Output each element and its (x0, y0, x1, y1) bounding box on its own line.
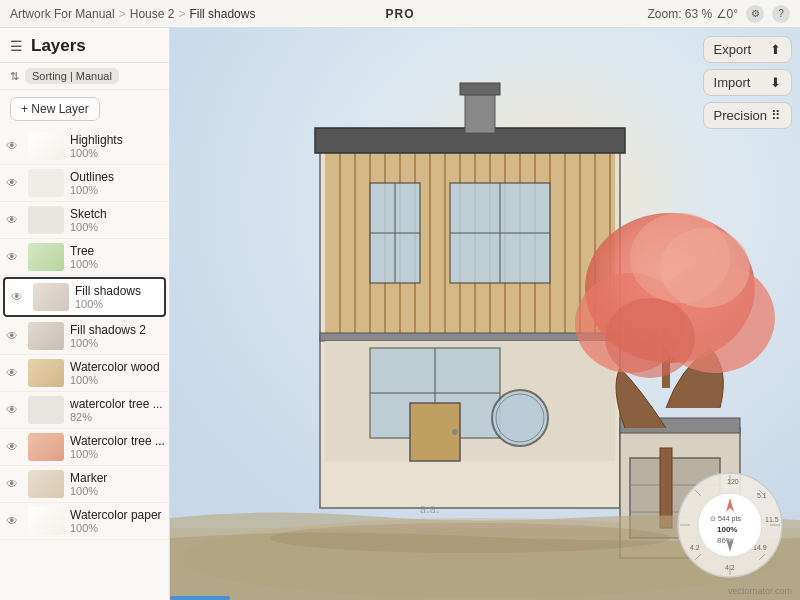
layer-opacity: 100% (70, 184, 163, 196)
layer-name: watercolor tree ... (70, 397, 163, 411)
eye-icon[interactable]: 👁 (6, 440, 22, 454)
layer-name: Fill shadows (75, 284, 158, 298)
eye-icon[interactable]: 👁 (6, 139, 22, 153)
breadcrumb: Artwork For Manual > House 2 > Fill shad… (10, 7, 255, 21)
eye-icon[interactable]: 👁 (6, 477, 22, 491)
eye-icon[interactable]: 👁 (11, 290, 27, 304)
layer-opacity: 82% (70, 411, 163, 423)
layer-opacity: 100% (70, 337, 163, 349)
breadcrumb-artwork[interactable]: Artwork For Manual (10, 7, 115, 21)
eye-icon[interactable]: 👁 (6, 250, 22, 264)
eye-icon[interactable]: 👁 (6, 514, 22, 528)
layer-row[interactable]: 👁 Fill shadows 100% (3, 277, 166, 317)
layer-name: Sketch (70, 207, 163, 221)
menu-icon[interactable]: ☰ (10, 38, 23, 54)
watermark: vectornator.com (728, 586, 792, 596)
layer-opacity: 100% (70, 147, 163, 159)
layer-row[interactable]: 👁 Outlines 100% (0, 165, 169, 202)
eye-icon[interactable]: 👁 (6, 403, 22, 417)
export-button[interactable]: Export ⬆ (703, 36, 792, 63)
layer-row[interactable]: 👁 Marker 100% (0, 466, 169, 503)
layer-name: Highlights (70, 133, 163, 147)
layer-row[interactable]: 👁 Watercolor tree ... 100% (0, 429, 169, 466)
breadcrumb-fill-shadows: Fill shadows (189, 7, 255, 21)
layer-thumbnail (33, 283, 69, 311)
layer-info: Highlights 100% (70, 133, 163, 159)
layer-row[interactable]: 👁 Watercolor wood 100% (0, 355, 169, 392)
eye-icon[interactable]: 👁 (6, 366, 22, 380)
svg-text:120: 120 (727, 478, 739, 485)
export-label: Export (714, 42, 752, 57)
layer-info: Sketch 100% (70, 207, 163, 233)
svg-text:⊙ 544 pts: ⊙ 544 pts (710, 515, 741, 523)
layer-opacity: 100% (70, 221, 163, 233)
layer-row[interactable]: 👁 Fill shadows 2 100% (0, 318, 169, 355)
layer-info: Watercolor paper 100% (70, 508, 163, 534)
eye-icon[interactable]: 👁 (6, 176, 22, 190)
new-layer-button[interactable]: + New Layer (10, 97, 100, 121)
import-label: Import (714, 75, 751, 90)
layer-row[interactable]: 👁 Watercolor paper 100% (0, 503, 169, 540)
layer-opacity: 100% (70, 448, 165, 460)
layer-thumbnail (28, 396, 64, 424)
layer-thumbnail (28, 507, 64, 535)
sorting-badge[interactable]: Sorting | Manual (25, 68, 119, 84)
layer-info: Tree 100% (70, 244, 163, 270)
layer-name: Fill shadows 2 (70, 323, 163, 337)
import-icon: ⬇ (770, 75, 781, 90)
layer-name: Watercolor tree ... (70, 434, 165, 448)
layer-thumbnail (28, 433, 64, 461)
layer-thumbnail (28, 359, 64, 387)
svg-text:100%: 100% (717, 525, 737, 534)
layer-name: Outlines (70, 170, 163, 184)
layer-thumbnail (28, 169, 64, 197)
import-button[interactable]: Import ⬇ (703, 69, 792, 96)
layer-info: Marker 100% (70, 471, 163, 497)
precision-icon: ⠿ (771, 108, 781, 123)
svg-text:a.a.: a.a. (420, 501, 439, 516)
layer-thumbnail (28, 322, 64, 350)
layer-thumbnail (28, 132, 64, 160)
precision-button[interactable]: Precision ⠿ (703, 102, 792, 129)
layer-row[interactable]: 👁 Highlights 100% (0, 128, 169, 165)
layer-info: Outlines 100% (70, 170, 163, 196)
layer-row[interactable]: 👁 watercolor tree ... 82% (0, 392, 169, 429)
eye-icon[interactable]: 👁 (6, 213, 22, 227)
layers-list: 👁 Highlights 100% 👁 Outlines 100% 👁 Sket… (0, 128, 169, 600)
layer-row[interactable]: 👁 Tree 100% (0, 239, 169, 276)
compass[interactable]: 120 5.1 11.5 14.9 4.2 4.2 ⊙ 544 pts 100%… (675, 470, 785, 580)
svg-text:4.2: 4.2 (725, 564, 735, 571)
svg-rect-26 (460, 83, 500, 95)
eye-icon[interactable]: 👁 (6, 329, 22, 343)
svg-point-55 (270, 523, 670, 553)
help-icon[interactable]: ? (772, 5, 790, 23)
layer-thumbnail (28, 470, 64, 498)
layer-thumbnail (28, 243, 64, 271)
layer-opacity: 100% (70, 258, 163, 270)
layer-opacity: 100% (75, 298, 158, 310)
layer-name: Watercolor wood (70, 360, 163, 374)
bottom-indicator (170, 596, 230, 600)
gear-icon[interactable]: ⚙ (746, 5, 764, 23)
sorting-icon: ⇅ (10, 70, 19, 83)
zoom-info: Zoom: 63 % ∠0° ⚙ ? (648, 5, 791, 23)
layer-row[interactable]: 👁 Sketch 100% (0, 202, 169, 239)
layer-info: Watercolor wood 100% (70, 360, 163, 386)
layer-info: Watercolor tree ... 100% (70, 434, 165, 460)
layer-info: Fill shadows 100% (75, 284, 158, 310)
sorting-bar: ⇅ Sorting | Manual (0, 63, 169, 90)
svg-text:4.2: 4.2 (690, 544, 700, 551)
breadcrumb-house2[interactable]: House 2 (130, 7, 175, 21)
svg-text:5.1: 5.1 (757, 492, 767, 499)
layer-name: Watercolor paper (70, 508, 163, 522)
svg-rect-33 (320, 333, 620, 341)
precision-label: Precision (714, 108, 767, 123)
layer-opacity: 100% (70, 374, 163, 386)
canvas-area[interactable]: a.a. Export ⬆ Import ⬇ Precision ⠿ (170, 28, 800, 600)
svg-point-39 (452, 429, 458, 435)
sidebar-title: Layers (31, 36, 86, 56)
sidebar: ☰ Layers ⇅ Sorting | Manual + New Layer … (0, 28, 170, 600)
export-icon: ⬆ (770, 42, 781, 57)
svg-point-53 (660, 228, 750, 308)
zoom-label: Zoom: 63 % ∠0° (648, 7, 739, 21)
